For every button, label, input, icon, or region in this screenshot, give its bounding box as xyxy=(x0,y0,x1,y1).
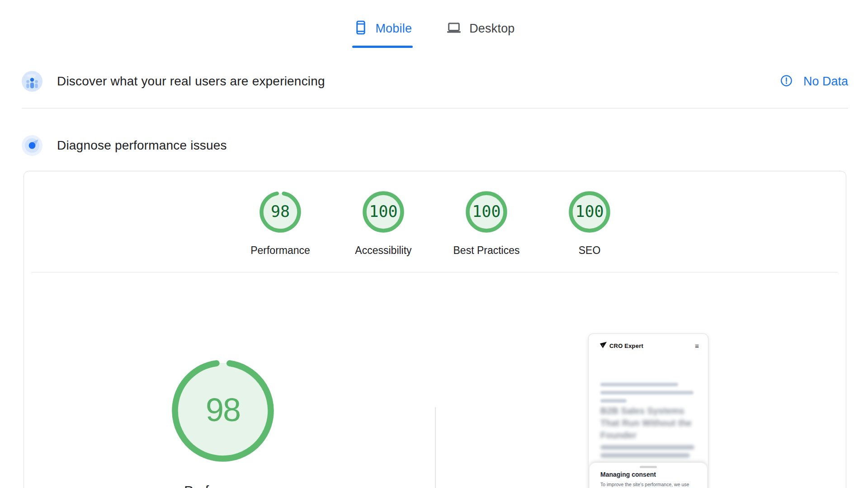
score-value: 100 xyxy=(466,191,507,233)
blurred-meta-line xyxy=(600,383,678,386)
performance-gauge-large: 98 xyxy=(169,357,277,465)
info-icon[interactable] xyxy=(780,75,793,89)
blurred-paragraph-line xyxy=(600,453,690,458)
phone-icon xyxy=(353,20,368,37)
best-practices-gauge-small: 100 xyxy=(466,191,507,233)
site-screenshot-thumbnail[interactable]: CRO Expert ≡ B2B Sales Systems That Run … xyxy=(589,334,708,488)
consent-body: To improve the site's performance, we us… xyxy=(600,481,699,488)
score-value: 100 xyxy=(363,191,404,233)
score-best-practices[interactable]: 100 Best Practices xyxy=(435,191,538,257)
field-data-status: No Data xyxy=(780,75,848,89)
score-accessibility[interactable]: 100 Accessibility xyxy=(332,191,435,257)
consent-sheet: Managing consent To improve the site's p… xyxy=(590,463,707,488)
diagnose-title: Diagnose performance issues xyxy=(57,138,227,153)
score-seo[interactable]: 100 SEO xyxy=(538,191,641,257)
card-divider xyxy=(31,272,838,272)
site-logo: CRO Expert xyxy=(599,341,643,351)
accessibility-gauge-small: 100 xyxy=(363,191,404,233)
blurred-meta-line xyxy=(600,399,627,403)
vertical-divider xyxy=(435,407,436,488)
score-value: 100 xyxy=(569,191,610,233)
blurred-page-heading: B2B Sales Systems That Run Without the F… xyxy=(600,405,698,441)
thumb-header: CRO Expert ≡ xyxy=(599,341,699,351)
tab-desktop[interactable]: Desktop xyxy=(444,20,515,48)
section-divider xyxy=(22,108,848,108)
hamburger-menu-icon: ≡ xyxy=(695,343,699,349)
laptop-icon xyxy=(445,20,462,37)
paper-plane-logo-icon xyxy=(599,341,607,351)
score-label: SEO xyxy=(579,244,601,257)
diagnose-row: Diagnose performance issues xyxy=(22,135,848,156)
tab-mobile[interactable]: Mobile xyxy=(352,20,413,48)
score-label: Best Practices xyxy=(453,244,520,257)
seo-gauge-small: 100 xyxy=(569,191,610,233)
field-data-title: Discover what your real users are experi… xyxy=(57,74,325,89)
real-users-icon xyxy=(22,71,42,92)
active-tab-underline xyxy=(352,46,413,48)
report-card: 98 Performance 100 Accessibility 100 xyxy=(24,171,846,488)
diagnose-icon xyxy=(22,135,42,156)
tab-desktop-label: Desktop xyxy=(469,22,514,36)
site-name: CRO Expert xyxy=(609,343,643,349)
performance-score-value: 98 xyxy=(169,357,277,465)
field-data-row: Discover what your real users are experi… xyxy=(22,71,848,92)
no-data-label: No Data xyxy=(803,75,848,89)
blurred-meta-line xyxy=(600,391,693,394)
performance-gauge-small: 98 xyxy=(259,191,301,233)
drag-handle[interactable] xyxy=(640,466,657,468)
device-tabs: Mobile Desktop xyxy=(0,20,868,48)
score-value: 98 xyxy=(259,191,301,233)
score-performance[interactable]: 98 Performance xyxy=(229,191,332,257)
score-label: Performance xyxy=(250,244,310,257)
category-scores: 98 Performance 100 Accessibility 100 xyxy=(24,191,846,257)
blurred-paragraph-line xyxy=(600,445,694,450)
performance-gauge-label: Performance xyxy=(173,483,273,488)
tab-mobile-label: Mobile xyxy=(375,22,412,36)
consent-title: Managing consent xyxy=(600,471,656,478)
score-label: Accessibility xyxy=(355,244,411,257)
